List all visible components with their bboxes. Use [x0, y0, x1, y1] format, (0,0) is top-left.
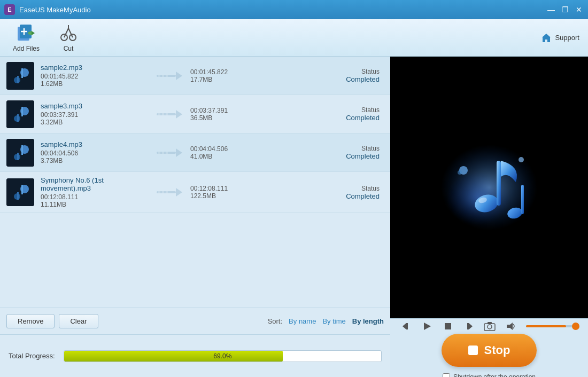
camera-button[interactable]	[482, 319, 497, 334]
remove-button[interactable]: Remove	[6, 314, 55, 328]
file-thumbnail	[6, 178, 34, 206]
svg-marker-64	[403, 323, 406, 329]
shutdown-checkbox[interactable]	[443, 373, 450, 377]
preview-area	[390, 57, 588, 318]
file-duration: 00:01:45.822	[41, 73, 148, 80]
table-row[interactable]: sample2.mp3 00:01:45.822 1.62MB 00:01:45…	[0, 57, 390, 95]
volume-button[interactable]	[503, 319, 517, 334]
output-info: 00:01:45.822 17.7MB	[190, 68, 276, 83]
svg-rect-34	[6, 139, 34, 167]
file-size: 3.32MB	[41, 119, 148, 126]
status-label: Status	[276, 145, 380, 152]
support-button[interactable]: Support	[541, 33, 579, 43]
output-duration: 00:12:08.111	[190, 185, 276, 192]
file-size: 3.73MB	[41, 157, 148, 164]
svg-rect-48	[17, 192, 19, 200]
music-note-icon	[430, 134, 548, 241]
progress-area: Total Progress: 69.0%	[0, 334, 390, 377]
progress-track: 69.0%	[64, 350, 382, 362]
svg-marker-30	[176, 110, 182, 119]
sort-by-length-link[interactable]: By length	[352, 317, 384, 325]
add-files-button[interactable]: Add Files	[9, 21, 44, 54]
svg-marker-68	[469, 323, 473, 329]
file-thumbnail	[6, 62, 34, 90]
svg-rect-24	[6, 100, 34, 128]
cut-button[interactable]: Cut	[55, 21, 82, 54]
minimize-button[interactable]: —	[546, 5, 556, 14]
svg-rect-21	[158, 75, 160, 77]
arrow-area	[148, 146, 190, 159]
status-area: Status Completed	[276, 185, 384, 200]
add-files-label: Add Files	[13, 45, 40, 52]
sort-by-name-link[interactable]: By name	[289, 317, 316, 325]
svg-rect-18	[17, 76, 19, 83]
status-value: Completed	[276, 152, 380, 160]
skip-back-button[interactable]	[399, 319, 413, 334]
file-info: Symphony No.6 (1st movement).mp3 00:12:0…	[41, 176, 148, 208]
file-name: sample2.mp3	[41, 64, 148, 72]
music-preview	[390, 57, 588, 318]
file-info: sample2.mp3 00:01:45.822 1.62MB	[41, 64, 148, 88]
svg-marker-20	[176, 72, 182, 80]
stop-button[interactable]: Stop	[442, 334, 537, 367]
file-duration: 00:12:08.111	[41, 193, 148, 201]
svg-marker-50	[176, 188, 182, 197]
volume-slider[interactable]	[526, 325, 579, 327]
table-row[interactable]: sample4.mp3 00:04:04.506 3.73MB 00:04:04…	[0, 133, 390, 172]
output-size: 122.5MB	[190, 192, 276, 200]
svg-rect-44	[6, 178, 34, 206]
toolbar: Add Files Cut Support	[0, 19, 588, 57]
output-size: 41.0MB	[190, 153, 276, 160]
arrow-area	[148, 186, 190, 199]
table-row[interactable]: Symphony No.6 (1st movement).mp3 00:12:0…	[0, 172, 390, 213]
file-size: 11.11MB	[41, 201, 148, 208]
table-row[interactable]: sample3.mp3 00:03:37.391 3.32MB 00:03:37…	[0, 95, 390, 133]
play-button[interactable]	[420, 319, 434, 334]
main-container: sample2.mp3 00:01:45.822 1.62MB 00:01:45…	[0, 57, 588, 377]
file-name: Symphony No.6 (1st movement).mp3	[41, 176, 148, 192]
svg-line-10	[64, 28, 68, 37]
file-name: sample4.mp3	[41, 140, 148, 148]
svg-marker-73	[507, 323, 513, 330]
stop-area: Stop Shutdown after the operation	[390, 334, 588, 377]
home-icon	[541, 33, 552, 43]
shutdown-label: Shutdown after the operation	[453, 373, 536, 377]
arrow-area	[148, 108, 190, 121]
file-thumbnail	[6, 100, 34, 128]
stop-icon	[468, 345, 478, 355]
file-thumbnail	[6, 139, 34, 167]
status-label: Status	[276, 185, 380, 192]
shutdown-row: Shutdown after the operation	[443, 373, 536, 377]
clear-button[interactable]: Clear	[59, 314, 98, 328]
status-label: Status	[276, 106, 380, 114]
svg-marker-13	[542, 34, 551, 42]
svg-rect-59	[521, 185, 524, 214]
svg-point-71	[488, 325, 492, 329]
status-area: Status Completed	[276, 106, 384, 122]
title-bar: E EaseUS MakeMyAudio — ❐ ✕	[0, 0, 588, 19]
svg-rect-37	[21, 145, 23, 155]
svg-rect-22	[162, 75, 164, 77]
stop-player-button[interactable]	[440, 319, 455, 334]
status-label: Status	[276, 68, 380, 75]
volume-thumb[interactable]	[572, 323, 579, 330]
file-list: sample2.mp3 00:01:45.822 1.62MB 00:01:45…	[0, 57, 390, 308]
sort-label: Sort:	[268, 317, 282, 325]
svg-marker-66	[424, 323, 431, 330]
file-size: 1.62MB	[41, 80, 148, 88]
left-panel: sample2.mp3 00:01:45.822 1.62MB 00:01:45…	[0, 57, 390, 377]
skip-forward-button[interactable]	[461, 319, 476, 334]
svg-rect-33	[166, 113, 168, 115]
output-info: 00:03:37.391 36.5MB	[190, 107, 276, 122]
svg-rect-47	[21, 185, 23, 194]
svg-rect-31	[158, 113, 160, 115]
file-duration: 00:03:37.391	[41, 111, 148, 119]
sort-by-time-link[interactable]: By time	[322, 317, 345, 325]
maximize-button[interactable]: ❐	[560, 5, 570, 14]
progress-text: 69.0%	[213, 352, 231, 360]
app-logo: E	[4, 4, 15, 15]
cut-label: Cut	[64, 45, 74, 52]
svg-rect-41	[158, 152, 160, 154]
player-controls	[390, 318, 588, 334]
close-button[interactable]: ✕	[574, 5, 584, 14]
